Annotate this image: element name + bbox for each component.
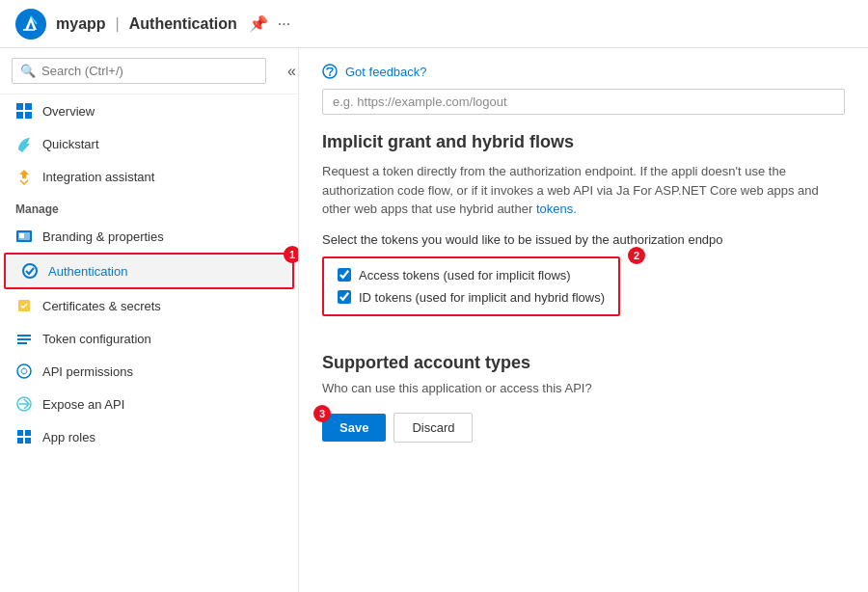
implicit-grant-desc: Request a token directly from the author… (322, 162, 845, 219)
expose-api-icon (15, 395, 33, 413)
search-row: 🔍 « (0, 48, 298, 94)
sidebar-item-api-permissions-label: API permissions (42, 364, 133, 379)
save-label: Save (339, 420, 368, 435)
access-tokens-label[interactable]: Access tokens (used for implicit flows) (359, 268, 571, 283)
sidebar-item-expose-api-label: Expose an API (42, 397, 124, 412)
collapse-button[interactable]: « (285, 61, 298, 82)
id-tokens-checkbox[interactable] (338, 290, 351, 304)
token-selection-label: Select the tokens you would like to be i… (322, 232, 845, 247)
overview-icon (15, 102, 33, 120)
more-options-icon[interactable]: ··· (278, 15, 290, 33)
sidebar-item-overview[interactable]: Overview (0, 94, 298, 127)
header-icons: 📌 ··· (249, 14, 290, 33)
feedback-bar[interactable]: Got feedback? (322, 64, 845, 79)
svg-rect-15 (17, 430, 23, 436)
branding-icon (15, 228, 33, 245)
sidebar-item-token[interactable]: Token configuration (0, 322, 298, 355)
top-header: myapp | Authentication 📌 ··· (0, 0, 868, 48)
app-roles-icon (15, 428, 33, 445)
sidebar-item-certificates-label: Certificates & secrets (42, 299, 161, 313)
svg-rect-16 (25, 430, 31, 436)
badge-1: 1 (284, 246, 299, 263)
sidebar-item-app-roles[interactable]: App roles (0, 420, 298, 453)
auth-icon (21, 262, 39, 280)
integration-icon (15, 168, 33, 185)
svg-rect-18 (25, 438, 31, 444)
sidebar-item-app-roles-label: App roles (42, 430, 95, 444)
quickstart-icon (15, 135, 33, 152)
sidebar-item-overview-label: Overview (42, 104, 95, 119)
checkbox-group-container: Access tokens (used for implicit flows) … (322, 256, 620, 334)
svg-point-0 (15, 9, 46, 40)
svg-rect-1 (16, 103, 23, 110)
sidebar: 🔍 « Overview Quickstart Integration assi… (0, 48, 299, 592)
sidebar-item-branding-label: Branding & properties (42, 229, 164, 244)
api-icon (15, 363, 33, 380)
save-button-wrapper: 3 Save (322, 414, 386, 442)
certificates-icon (15, 297, 33, 314)
tokens-link[interactable]: tokens. (536, 202, 577, 216)
feedback-label[interactable]: Got feedback? (345, 65, 427, 79)
discard-button[interactable]: Discard (393, 413, 473, 443)
access-tokens-item[interactable]: Access tokens (used for implicit flows) (338, 268, 605, 283)
pin-icon[interactable]: 📌 (249, 14, 268, 33)
svg-rect-12 (17, 342, 27, 344)
access-tokens-checkbox[interactable] (338, 268, 351, 282)
sidebar-item-token-label: Token configuration (42, 332, 151, 346)
sidebar-item-quickstart[interactable]: Quickstart (0, 127, 298, 160)
section-manage-label: Manage (0, 193, 298, 220)
action-buttons-row: 3 Save Discard (322, 413, 845, 443)
search-box[interactable]: 🔍 (12, 58, 266, 84)
svg-rect-17 (17, 438, 23, 444)
svg-rect-11 (17, 338, 31, 340)
search-input[interactable] (41, 64, 258, 78)
search-icon: 🔍 (20, 64, 36, 78)
svg-point-8 (23, 264, 37, 278)
id-tokens-item[interactable]: ID tokens (used for implicit and hybrid … (338, 290, 605, 305)
header-title: myapp | Authentication (56, 15, 237, 33)
svg-rect-4 (25, 112, 32, 119)
sidebar-item-integration[interactable]: Integration assistant (0, 160, 298, 193)
svg-rect-10 (17, 335, 31, 336)
svg-rect-2 (25, 103, 32, 110)
header-separator: | (116, 15, 120, 33)
sidebar-item-authentication-label: Authentication (48, 264, 127, 279)
feedback-icon (322, 64, 338, 79)
implicit-grant-title: Implicit grant and hybrid flows (322, 132, 845, 152)
sidebar-item-branding[interactable]: Branding & properties (0, 220, 298, 253)
azure-logo (15, 9, 46, 40)
svg-point-20 (329, 74, 331, 76)
id-tokens-label[interactable]: ID tokens (used for implicit and hybrid … (359, 290, 605, 305)
app-name: myapp (56, 15, 106, 33)
sidebar-item-api-permissions[interactable]: API permissions (0, 355, 298, 388)
sidebar-item-expose-api[interactable]: Expose an API (0, 388, 298, 420)
badge-2: 2 (628, 247, 645, 264)
sidebar-item-authentication[interactable]: Authentication (6, 255, 292, 287)
main-layout: 🔍 « Overview Quickstart Integration assi… (0, 48, 868, 592)
save-button[interactable]: 3 Save (322, 414, 386, 442)
header-page-title: Authentication (129, 15, 237, 33)
authentication-highlight-box: Authentication 1 (4, 253, 294, 289)
checkbox-group: Access tokens (used for implicit flows) … (322, 256, 620, 316)
sidebar-item-certificates[interactable]: Certificates & secrets (0, 289, 298, 322)
content-area: Got feedback? e.g. https://example.com/l… (299, 48, 868, 592)
sidebar-item-integration-label: Integration assistant (42, 170, 154, 184)
supported-account-types-desc: Who can use this application or access t… (322, 381, 845, 395)
svg-rect-3 (16, 112, 23, 119)
svg-point-13 (17, 364, 31, 378)
supported-account-types-title: Supported account types (322, 353, 845, 373)
sidebar-item-quickstart-label: Quickstart (42, 137, 99, 151)
logout-url-field[interactable]: e.g. https://example.com/logout (322, 89, 845, 115)
svg-rect-7 (19, 233, 24, 238)
token-icon (15, 330, 33, 347)
badge-3: 3 (313, 405, 331, 422)
